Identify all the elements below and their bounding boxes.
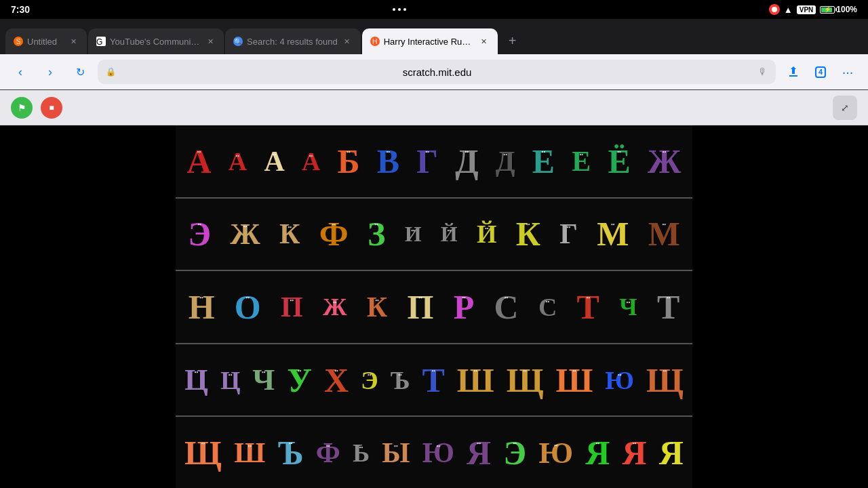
char-HK: Ъ — [391, 367, 410, 393]
tab-favicon-harry: H — [370, 37, 380, 46]
char-ZH: Ж — [648, 144, 681, 178]
char-F2: Ф — [316, 439, 340, 467]
tab-close-youtube[interactable]: ✕ — [205, 36, 216, 47]
tab-label-youtube: YouTube's Community ... — [110, 37, 201, 47]
char-SH1: Ш — [457, 363, 494, 397]
char-SCH: Щ — [507, 363, 544, 397]
char-G2: Г — [559, 220, 578, 248]
forward-button[interactable]: › — [38, 60, 62, 84]
char-F: Ф — [319, 217, 349, 251]
mic-icon[interactable]: 🎙 — [758, 66, 768, 77]
char-T2: Т — [657, 290, 679, 324]
char-CH2: Ч — [252, 365, 275, 395]
dot2 — [398, 8, 401, 11]
vpn-label: VPN — [800, 6, 814, 14]
char-YU2: Ю — [422, 439, 454, 467]
address-bar[interactable]: 🔒 scratch.mit.edu 🎙 — [98, 60, 776, 84]
char-Y: Ы — [382, 439, 410, 467]
char-TS1: Ц — [184, 365, 208, 395]
share-button[interactable] — [781, 60, 806, 84]
time-label: 7:30 — [11, 4, 30, 15]
battery-percent: 100% — [836, 5, 857, 14]
tab-close-untitled[interactable]: ✕ — [68, 36, 79, 47]
status-right: ▲ VPN ⚡ 100% — [769, 4, 857, 15]
char-row-3: Н О П Ж К П Р С С Т Ч Т — [176, 271, 692, 344]
tab-youtube[interactable]: G YouTube's Community ... ✕ — [88, 28, 224, 54]
char-K2: К — [516, 217, 540, 251]
char-KH: Х — [324, 363, 349, 397]
stop-button[interactable]: ■ — [41, 97, 62, 119]
record-indicator — [769, 4, 780, 15]
char-A2: А — [229, 148, 247, 174]
battery-bar: ⚡ — [820, 6, 835, 14]
tab-harry[interactable]: H Harry Interactive Russia ✕ — [362, 28, 498, 54]
char-YE2: Е — [572, 147, 591, 176]
char-SCH2: Щ — [646, 363, 684, 397]
scratch-toolbar: ⚑ ■ ⤢ — [0, 90, 868, 125]
char-A4: А — [302, 148, 320, 174]
char-T1: Т — [577, 290, 599, 324]
character-display: А А А А Б В Г Д Д Е Е Ё Ж Э Ж К Ф З И — [176, 125, 692, 488]
more-icon: ··· — [842, 64, 854, 80]
browser-chrome: S Untitled ✕ G YouTube's Community ... ✕… — [0, 19, 868, 90]
tab-favicon-youtube: G — [96, 37, 106, 46]
back-button[interactable]: ‹ — [8, 60, 33, 84]
tab-search[interactable]: 🔍 Search: 4 results found ✕ — [225, 28, 361, 54]
more-button[interactable]: ··· — [835, 60, 860, 84]
char-B: Б — [337, 144, 359, 178]
dot3 — [403, 8, 406, 11]
fullscreen-button[interactable]: ⤢ — [833, 96, 857, 120]
fullscreen-icon: ⤢ — [841, 102, 849, 113]
stage-area: А А А А Б В Г Д Д Е Е Ё Ж Э Ж К Ф З И — [176, 125, 692, 488]
wifi-icon: ▲ — [784, 5, 793, 15]
char-SFT: Ь — [353, 440, 370, 466]
char-D2: Д — [496, 147, 515, 176]
new-tab-button[interactable]: + — [502, 30, 524, 52]
green-flag-button[interactable]: ⚑ — [11, 97, 33, 119]
char-IK: Й — [441, 223, 458, 245]
tab-label-harry: Harry Interactive Russia — [384, 37, 475, 47]
tab-close-search[interactable]: ✕ — [342, 36, 353, 47]
char-row-4: Ц Ц Ч У Х Э Ъ Т Ш Щ Ш Ю Щ — [176, 344, 692, 418]
nav-bar: ‹ › ↻ 🔒 scratch.mit.edu 🎙 4 ··· — [0, 54, 868, 89]
char-M2: М — [648, 217, 680, 251]
char-K3: К — [367, 293, 387, 321]
stage-canvas[interactable]: А А А А Б В Г Д Д Е Е Ё Ж Э Ж К Ф З И — [176, 125, 692, 488]
char-I: И — [405, 223, 422, 245]
char-row-5: Щ Ш Ъ Ф Ь Ы Ю Я Э Ю Я Я Я — [176, 417, 692, 488]
char-ZH2: Ж — [230, 219, 260, 249]
char-YU: Ю — [605, 367, 634, 393]
record-dot — [772, 7, 777, 12]
battery: ⚡ 100% — [820, 5, 857, 14]
char-P1: П — [281, 293, 303, 321]
tab-close-harry[interactable]: ✕ — [479, 36, 490, 47]
dot1 — [393, 8, 395, 11]
reload-button[interactable]: ↻ — [68, 60, 92, 84]
char-SCH3: Щ — [184, 436, 222, 470]
tab-count-button[interactable]: 4 — [808, 60, 833, 84]
char-S2: С — [538, 294, 557, 320]
tab-label-search: Search: 4 results found — [247, 37, 338, 47]
char-YA1: Я — [467, 436, 491, 470]
tab-untitled[interactable]: S Untitled ✕ — [5, 28, 87, 54]
char-CH: Ч — [619, 295, 637, 319]
char-G: Г — [416, 144, 438, 178]
char-TS2: Ц — [220, 367, 241, 393]
char-YE3: Э — [361, 367, 378, 393]
char-YE1: Е — [532, 144, 555, 178]
char-U: У — [287, 363, 312, 397]
status-bar: 7:30 ▲ VPN ⚡ 100% — [0, 0, 868, 19]
char-IK2: Й — [477, 221, 497, 247]
tab-count-badge: 4 — [815, 66, 826, 78]
char-T3: Т — [422, 363, 445, 397]
url-display: scratch.mit.edu — [121, 66, 753, 78]
char-Z: З — [368, 217, 385, 251]
char-YO: Ё — [608, 144, 630, 178]
status-time: 7:30 — [11, 4, 30, 15]
char-A1: А — [187, 144, 212, 178]
status-center — [393, 8, 406, 11]
tab-bar: S Untitled ✕ G YouTube's Community ... ✕… — [0, 19, 868, 54]
tab-favicon-untitled: S — [14, 37, 23, 46]
char-S1: С — [494, 290, 519, 324]
char-row-2: Э Ж К Ф З И Й Й К Г М М — [176, 199, 692, 272]
